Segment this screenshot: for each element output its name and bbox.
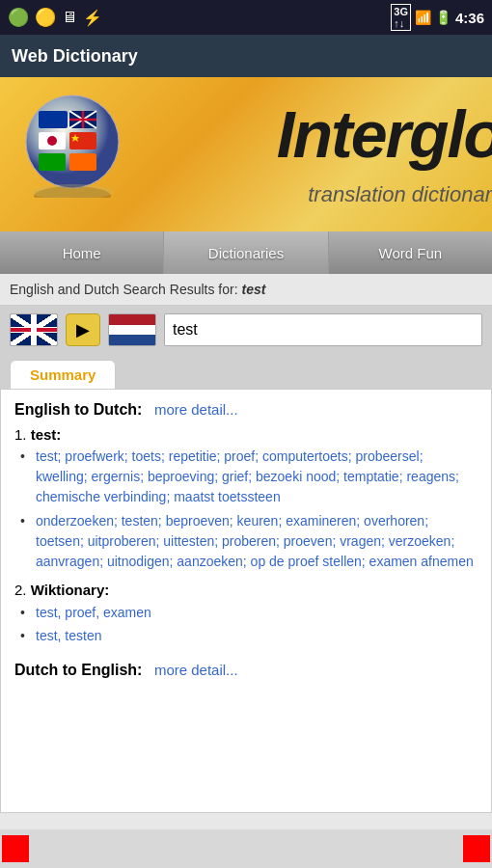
android-icon-2: 🟡 <box>35 7 56 28</box>
bottom-nav <box>0 829 492 868</box>
flag-nl-blue-stripe <box>109 335 155 345</box>
nav-word-fun[interactable]: Word Fun <box>329 231 492 274</box>
svg-rect-2 <box>39 111 68 128</box>
globe-logo <box>19 92 125 198</box>
brand-subtitle: translation dictionar <box>308 182 492 207</box>
flag-uk-red-horizontal <box>11 328 57 332</box>
clock: 4:36 <box>455 10 484 26</box>
search-row: ▶ <box>0 306 492 354</box>
search-header: English and Dutch Search Results for: te… <box>0 274 492 306</box>
list-item: test, testen <box>18 625 478 648</box>
svg-point-15 <box>32 184 113 198</box>
app-title: Web Dictionary <box>12 46 138 67</box>
nav-home[interactable]: Home <box>0 231 164 274</box>
svg-point-9 <box>47 136 57 146</box>
entry-2-word: Wiktionary: <box>31 582 110 598</box>
search-input[interactable] <box>164 313 482 346</box>
translation-direction-btn[interactable]: ▶ <box>66 313 100 346</box>
svg-rect-12 <box>39 153 66 171</box>
result-box: English to Dutch: more detail... 1. test… <box>0 389 492 813</box>
status-right: 3G↑↓ 📶 🔋 4:36 <box>391 4 484 31</box>
status-bar: 🟢 🟡 🖥 ⚡ 3G↑↓ 📶 🔋 4:36 <box>0 0 492 35</box>
nav-dictionaries[interactable]: Dictionaries <box>164 231 328 274</box>
tab-row: Summary <box>0 354 492 389</box>
brand-name: Interglo <box>277 96 492 172</box>
banner: Interglo translation dictionar <box>0 77 492 231</box>
tab-summary[interactable]: Summary <box>10 360 116 389</box>
search-query: test <box>241 282 265 297</box>
list-item: onderzoeken; testen; beproeven; keuren; … <box>18 511 478 572</box>
flag-nl <box>108 313 156 346</box>
dutch-english-more-link[interactable]: more detail... <box>154 662 238 678</box>
entry-1-heading: 1. test: <box>14 426 478 443</box>
search-prefix: English and Dutch Search Results for: <box>10 282 238 297</box>
usb-icon: ⚡ <box>83 9 102 27</box>
battery-icon: 🔋 <box>435 10 451 25</box>
list-item: test; proefwerk; toets; repetitie; proef… <box>18 447 478 507</box>
english-dutch-heading: English to Dutch: more detail... <box>14 401 478 419</box>
status-icons-left: 🟢 🟡 🖥 ⚡ <box>8 7 102 28</box>
network-label: 3G↑↓ <box>391 4 411 31</box>
arrow-icon: ▶ <box>76 319 90 340</box>
entry-2-heading: 2. Wiktionary: <box>14 582 478 598</box>
title-bar: Web Dictionary <box>0 35 492 77</box>
android-icon: 🟢 <box>8 7 29 28</box>
flag-nl-red-stripe <box>109 314 155 325</box>
flag-uk <box>10 313 58 346</box>
flag-nl-white-stripe <box>109 325 155 336</box>
monitor-icon: 🖥 <box>62 9 77 26</box>
dutch-english-heading: Dutch to English: more detail... <box>14 662 478 679</box>
signal-icon: 📶 <box>415 10 431 25</box>
scroll-right-btn[interactable] <box>463 835 490 862</box>
entry-1-word: test: <box>31 426 62 443</box>
svg-rect-13 <box>69 153 96 171</box>
entry-1-bullets: test; proefwerk; toets; repetitie; proef… <box>14 447 478 572</box>
content-area: Summary English to Dutch: more detail...… <box>0 354 492 863</box>
english-dutch-more-link[interactable]: more detail... <box>154 401 238 418</box>
nav-bar: Home Dictionaries Word Fun <box>0 231 492 274</box>
flag-uk-red-vertical <box>32 314 36 345</box>
wiktionary-bullets: test, proef, examen test, testen <box>14 602 478 648</box>
scroll-left-btn[interactable] <box>2 835 29 862</box>
list-item: test, proef, examen <box>18 602 478 625</box>
